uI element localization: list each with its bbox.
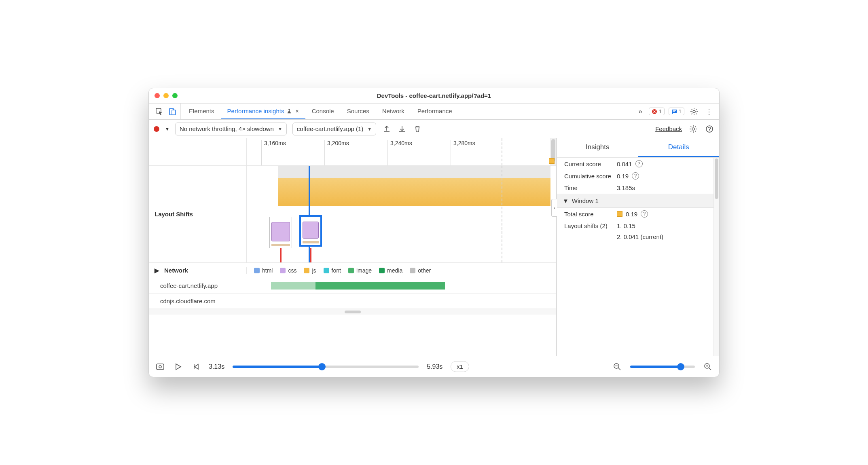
tab-insights[interactable]: Insights	[557, 138, 638, 157]
tab-console[interactable]: Console	[305, 104, 341, 119]
export-icon[interactable]	[382, 124, 392, 134]
tab-sources[interactable]: Sources	[341, 104, 376, 119]
thumbnail-footer	[271, 244, 290, 246]
tab-details[interactable]: Details	[638, 138, 720, 157]
svg-point-11	[159, 366, 161, 368]
details-pane: › Insights Details Current score 0.041? …	[557, 138, 719, 356]
device-toolbar-icon[interactable]	[167, 107, 177, 116]
import-icon[interactable]	[397, 124, 407, 134]
sidebar-scrollbar[interactable]	[713, 158, 719, 356]
layout-shift-item[interactable]: 1. 0.15	[617, 222, 635, 229]
close-tab-icon[interactable]: ×	[295, 108, 299, 114]
thumbnail-content	[271, 222, 290, 241]
zoom-in-icon[interactable]	[703, 362, 713, 372]
ruler-tick: 3,160ms	[261, 140, 286, 165]
help-icon[interactable]: ?	[632, 172, 639, 180]
horizontal-scrollbar[interactable]	[149, 309, 556, 315]
collapse-sidebar-button[interactable]: ›	[551, 199, 557, 217]
svg-rect-4	[673, 110, 676, 111]
ruler-tick: 3,240ms	[387, 140, 412, 165]
preview-icon[interactable]	[155, 362, 165, 372]
cls-marker-icon	[549, 158, 555, 164]
network-host-row[interactable]: coffee-cart.netlify.app	[149, 278, 556, 294]
layout-shift-thumbnail-selected[interactable]	[299, 215, 322, 247]
zoom-slider[interactable]	[630, 366, 695, 368]
inspect-element-icon[interactable]	[155, 107, 164, 116]
help-icon[interactable]: ?	[635, 160, 643, 167]
settings-icon[interactable]	[688, 108, 700, 116]
expand-caret-icon[interactable]: ▶	[155, 267, 159, 274]
zoom-window-icon[interactable]	[172, 93, 178, 98]
chevron-down-icon: ▼	[367, 127, 372, 131]
swatch-html	[254, 268, 260, 273]
zoom-out-icon[interactable]	[612, 362, 622, 372]
svg-rect-5	[673, 111, 675, 112]
scrollbar-thumb[interactable]	[345, 311, 361, 313]
help-icon[interactable]	[705, 124, 714, 134]
swatch-other	[410, 268, 415, 273]
devtools-window: DevTools - coffee-cart.netlify.app/?ad=1…	[148, 88, 720, 377]
close-window-icon[interactable]	[155, 93, 160, 98]
more-tabs-icon[interactable]: »	[636, 108, 645, 115]
tab-network[interactable]: Network	[376, 104, 411, 119]
more-menu-icon[interactable]: ⋮	[704, 107, 714, 116]
time-slider[interactable]	[233, 366, 419, 368]
window-controls	[155, 93, 178, 98]
record-menu-caret[interactable]: ▼	[165, 127, 169, 131]
minimize-window-icon[interactable]	[163, 93, 169, 98]
error-count: 1	[659, 108, 662, 114]
ruler-tick: 3,200ms	[324, 140, 349, 165]
message-count-badge[interactable]: 1	[669, 108, 684, 115]
playback-speed[interactable]: x1	[451, 361, 469, 372]
feedback-link[interactable]: Feedback	[655, 125, 682, 132]
delete-icon[interactable]	[413, 124, 422, 134]
perf-toolbar: ▼ No network throttling, 4× slowdown ▼ c…	[149, 120, 719, 138]
svg-rect-10	[157, 364, 164, 370]
chevron-down-icon: ▼	[563, 197, 569, 204]
panel-settings-icon[interactable]	[688, 125, 699, 133]
vertical-scrollbar[interactable]	[550, 138, 556, 165]
total-score-value: 0.19	[626, 211, 637, 218]
time-ruler[interactable]: 3,160ms 3,200ms 3,240ms 3,280ms	[149, 138, 556, 166]
svg-point-8	[706, 126, 713, 132]
network-bar[interactable]	[271, 282, 315, 290]
slider-knob[interactable]	[318, 363, 326, 370]
slider-knob[interactable]	[677, 363, 684, 370]
error-icon	[652, 109, 657, 114]
network-host-row[interactable]: cdnjs.cloudflare.com	[149, 294, 556, 309]
window-section-header[interactable]: ▼ Window 1	[557, 194, 719, 208]
scrollbar-thumb[interactable]	[715, 159, 718, 199]
viewport-edge	[502, 166, 502, 262]
swatch-image	[348, 268, 354, 273]
tab-performance-insights[interactable]: Performance insights ×	[221, 104, 305, 119]
total-score-row: Total score 0.19?	[557, 208, 719, 220]
panel-tabs: Elements Performance insights × Console …	[149, 104, 719, 120]
network-track-header: ▶ Network html css js font image media o…	[149, 263, 556, 278]
svg-rect-2	[172, 110, 176, 115]
tab-elements[interactable]: Elements	[182, 104, 221, 119]
time-start-label: 3.13s	[209, 363, 224, 370]
error-count-badge[interactable]: 1	[649, 108, 665, 115]
details-tabs: Insights Details	[557, 138, 719, 158]
annotation-line	[280, 248, 282, 262]
time-value: 3.185s	[617, 184, 635, 191]
cumulative-score-row: Cumulative score 0.19?	[557, 170, 719, 182]
rewind-icon[interactable]	[191, 362, 201, 372]
layout-shifts-list: Layout shifts (2) 1. 0.15 2. 0.041 (curr…	[557, 220, 719, 243]
chevron-down-icon: ▼	[278, 127, 282, 131]
message-icon	[671, 109, 677, 114]
svg-point-9	[709, 130, 710, 131]
record-button[interactable]	[154, 126, 159, 132]
help-icon[interactable]: ?	[641, 210, 648, 218]
network-label[interactable]: ▶ Network	[149, 267, 247, 274]
throttling-label: No network throttling, 4× slowdown	[180, 125, 274, 132]
swatch-css	[280, 268, 286, 273]
layout-shift-item[interactable]: 2. 0.041 (current)	[617, 233, 663, 240]
score-swatch-icon	[617, 211, 622, 217]
page-select[interactable]: coffee-cart.netlify.app (1) ▼	[292, 123, 376, 135]
layout-shift-thumbnail[interactable]	[269, 217, 292, 248]
network-bar[interactable]	[315, 282, 445, 290]
play-icon[interactable]	[173, 362, 183, 372]
tab-performance[interactable]: Performance	[411, 104, 459, 119]
throttling-select[interactable]: No network throttling, 4× slowdown ▼	[175, 123, 287, 135]
